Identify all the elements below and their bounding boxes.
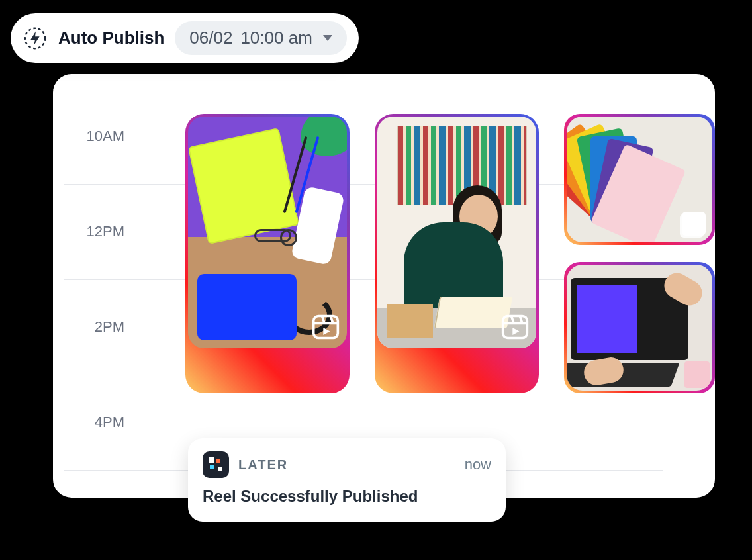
glasses-art — [254, 229, 291, 242]
post-thumbnail-desk — [188, 117, 347, 348]
time-gridline — [64, 256, 130, 303]
svg-marker-11 — [30, 31, 39, 45]
time-label: 12PM — [64, 208, 130, 256]
time-2pm: 2PM — [95, 318, 124, 336]
post-column — [564, 114, 715, 393]
post-thumbnail-writer — [377, 117, 536, 348]
post-card[interactable] — [185, 114, 350, 393]
time-label: 10AM — [64, 113, 130, 160]
notification-toast[interactable]: LATER now Reel Successfully Published — [188, 438, 506, 522]
time-label: 2PM — [64, 303, 130, 351]
calendar-panel: 10AM 12PM 2PM 4PM — [53, 74, 715, 498]
time-4pm: 4PM — [95, 414, 124, 431]
post-card[interactable] — [564, 114, 715, 245]
post-card[interactable] — [375, 114, 539, 393]
post-thumbnail-swatches — [567, 117, 712, 242]
svg-marker-9 — [512, 328, 519, 335]
bolt-icon — [23, 26, 48, 51]
plant-art — [301, 117, 347, 156]
carousel-icon — [682, 212, 706, 236]
time-10am: 10AM — [87, 128, 124, 145]
chevron-down-icon — [323, 35, 332, 41]
time-gridline — [64, 446, 130, 494]
post-thumbnail-laptop — [567, 265, 712, 391]
time-axis: 10AM 12PM 2PM 4PM — [64, 113, 130, 494]
box-art — [387, 304, 433, 338]
time-gridline — [64, 160, 130, 208]
post-card[interactable] — [564, 262, 715, 393]
time-label: 4PM — [64, 398, 130, 446]
time-gridline — [64, 351, 130, 398]
scheduled-posts — [185, 114, 715, 393]
auto-publish-pill: Auto Publish 06/02 10:00 am — [11, 13, 359, 63]
toast-timestamp: now — [465, 456, 491, 473]
toast-app-name: LATER — [238, 457, 288, 473]
later-app-icon — [203, 451, 229, 478]
auto-publish-label: Auto Publish — [58, 28, 164, 48]
scheduled-time: 10:00 am — [240, 28, 312, 48]
reels-icon — [500, 312, 530, 342]
svg-marker-4 — [323, 328, 330, 335]
svg-rect-0 — [314, 316, 338, 338]
svg-rect-5 — [503, 316, 528, 338]
toast-message: Reel Successfully Published — [203, 487, 491, 506]
toast-header: LATER now — [203, 451, 491, 478]
time-12pm: 12PM — [87, 223, 124, 240]
reels-icon — [311, 312, 340, 342]
datetime-picker[interactable]: 06/02 10:00 am — [175, 21, 346, 55]
scheduled-date: 06/02 — [189, 28, 232, 48]
